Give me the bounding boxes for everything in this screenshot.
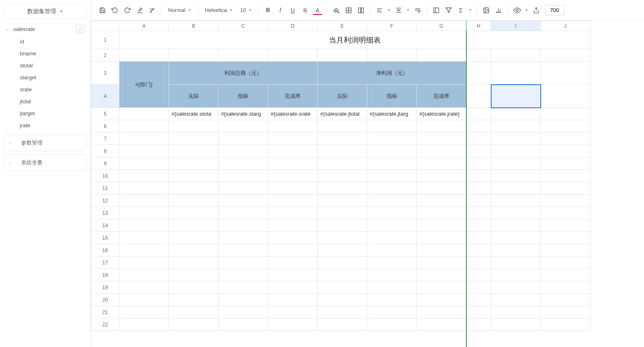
row-header-18[interactable]: 18 [91, 269, 119, 281]
width-input[interactable] [545, 5, 564, 16]
cell-A12[interactable] [119, 195, 169, 207]
cell-J14[interactable] [541, 219, 590, 232]
strike-icon[interactable]: S [299, 5, 311, 16]
cell-J11[interactable] [541, 182, 590, 195]
cell-B21[interactable] [169, 306, 219, 318]
cell-I10[interactable] [491, 170, 541, 182]
cell-A7[interactable] [119, 133, 169, 145]
cell-I4[interactable] [491, 85, 541, 108]
cell-I22[interactable] [491, 318, 541, 331]
cell-D21[interactable] [268, 306, 318, 318]
cell-C18[interactable] [219, 269, 268, 281]
save-icon[interactable] [97, 5, 108, 16]
edit-dataset-icon[interactable] [76, 25, 85, 33]
cell-E9[interactable] [318, 157, 367, 170]
cell-I7[interactable] [491, 133, 541, 145]
cell-I9[interactable] [491, 157, 541, 170]
cell-H4[interactable] [466, 85, 491, 108]
cell-D19[interactable] [268, 281, 318, 294]
cell-F6[interactable] [367, 120, 417, 133]
formula-caret[interactable]: ▼ [468, 8, 473, 12]
cell-C15[interactable] [219, 232, 268, 244]
cell-J3[interactable] [541, 62, 590, 85]
valign-caret[interactable]: ▼ [405, 8, 411, 12]
bold-icon[interactable]: B [262, 5, 274, 16]
cell-G18[interactable] [417, 269, 466, 281]
cell-I2[interactable] [491, 49, 541, 62]
cell-C5[interactable]: #{salesrate.starg [219, 108, 268, 120]
row-header-3[interactable]: 3 [91, 62, 119, 85]
clear-format-icon[interactable] [146, 5, 158, 16]
cell-H10[interactable] [466, 170, 491, 182]
cell-C14[interactable] [219, 219, 268, 232]
row-header-13[interactable]: 13 [91, 207, 119, 219]
cell-I3[interactable] [491, 62, 541, 85]
italic-icon[interactable]: I [275, 5, 286, 16]
cell-H22[interactable] [466, 318, 491, 331]
cell-F10[interactable] [367, 170, 417, 182]
borders-icon[interactable] [343, 5, 354, 16]
panel-params[interactable]: › 参数管理 [4, 135, 86, 151]
cell-E8[interactable] [318, 145, 367, 157]
cell-E18[interactable] [318, 269, 367, 281]
cell-A19[interactable] [119, 281, 169, 294]
row-header-11[interactable]: 11 [91, 182, 119, 195]
cell-B9[interactable] [169, 157, 219, 170]
cell-H16[interactable] [466, 244, 491, 257]
cell-C13[interactable] [219, 207, 268, 219]
cell-F18[interactable] [367, 269, 417, 281]
cell-H13[interactable] [466, 207, 491, 219]
cell-D2[interactable] [268, 49, 318, 62]
cell-C7[interactable] [219, 133, 268, 145]
format-select[interactable]: Normal▼ [165, 5, 195, 16]
cell-A11[interactable] [119, 182, 169, 195]
cell-J10[interactable] [541, 170, 590, 182]
group-profit-total[interactable]: 利润总额（元） [169, 62, 318, 85]
col-header-G[interactable]: G [417, 21, 466, 31]
cell-I20[interactable] [491, 294, 541, 306]
row-header-16[interactable]: 16 [91, 244, 119, 257]
formula-icon[interactable]: Σ [455, 5, 467, 16]
cell-I13[interactable] [491, 207, 541, 219]
add-dataset-icon[interactable]: + [59, 8, 63, 14]
row-header-21[interactable]: 21 [91, 306, 119, 318]
cell-G9[interactable] [417, 157, 466, 170]
cell-E10[interactable] [318, 170, 367, 182]
cell-I5[interactable] [491, 108, 541, 120]
cell-E17[interactable] [318, 257, 367, 269]
cell-B2[interactable] [169, 49, 219, 62]
row-header-4[interactable]: 4 [91, 85, 119, 108]
row-header-17[interactable]: 17 [91, 257, 119, 269]
cell-H11[interactable] [466, 182, 491, 195]
tree-leaf-jtotal[interactable]: jtotal [20, 95, 86, 107]
cell-J6[interactable] [541, 120, 590, 133]
cell-I6[interactable] [491, 120, 541, 133]
col-header-H[interactable]: H [466, 21, 491, 31]
cell-E5[interactable]: #{salesrate.jtotal [318, 108, 367, 120]
dept-header[interactable]: #{部门} [119, 62, 169, 108]
halign-icon[interactable] [374, 5, 385, 16]
font-select[interactable]: Helvetica▼ [202, 5, 236, 16]
col-header-J[interactable]: J [541, 21, 590, 31]
export-icon[interactable] [530, 5, 542, 16]
cell-G12[interactable] [417, 195, 466, 207]
cell-B15[interactable] [169, 232, 219, 244]
cell-B6[interactable] [169, 120, 219, 133]
cell-B7[interactable] [169, 133, 219, 145]
cell-G14[interactable] [417, 219, 466, 232]
merge-icon[interactable] [355, 5, 367, 16]
cell-G16[interactable] [417, 244, 466, 257]
cell-H20[interactable] [466, 294, 491, 306]
chart-icon[interactable] [493, 5, 504, 16]
cell-E15[interactable] [318, 232, 367, 244]
row-header-10[interactable]: 10 [91, 170, 119, 182]
cell-G5[interactable]: #{salesrate.jrate} [417, 108, 466, 120]
cell-D16[interactable] [268, 244, 318, 257]
cell-F8[interactable] [367, 145, 417, 157]
cell-J21[interactable] [541, 306, 590, 318]
cell-A2[interactable] [119, 49, 169, 62]
cell-I15[interactable] [491, 232, 541, 244]
image-icon[interactable] [480, 5, 492, 16]
row-header-8[interactable]: 8 [91, 145, 119, 157]
cell-F11[interactable] [367, 182, 417, 195]
